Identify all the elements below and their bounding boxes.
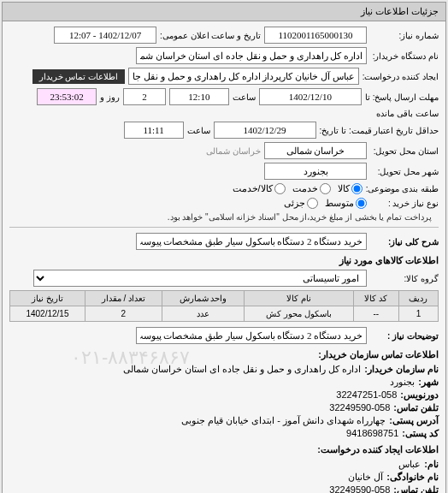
org-value: اداره کل راهداری و حمل و نقل جاده ای است… <box>123 364 362 375</box>
main-panel: جزئیات اطلاعات نیاز شماره نیاز: تاریخ و … <box>2 2 446 493</box>
remain-label: ساعت باقی مانده <box>376 109 439 118</box>
org-label: نام سازمان خریدار: <box>364 364 439 375</box>
time-label-2: ساعت <box>187 126 210 135</box>
family-value: آل خانیان <box>348 472 383 483</box>
name-label: نام: <box>424 459 439 470</box>
addr-value: چهارراه شهدای دانش آموز - ابتدای خیابان … <box>181 415 386 426</box>
time-label-1: ساعت <box>233 92 256 102</box>
panel-title: جزئیات اطلاعات نیاز <box>3 3 445 21</box>
resp-time-field[interactable] <box>169 88 229 105</box>
cell-name: باسکول محور کش <box>245 306 353 322</box>
phone-value: 32249590-058 <box>329 484 390 493</box>
city-field[interactable] <box>264 163 367 180</box>
col-code: کد کالا <box>353 291 398 306</box>
contact-city-label: شهر: <box>418 377 439 388</box>
desc-field[interactable] <box>136 327 367 344</box>
radio-service-input[interactable] <box>320 183 331 194</box>
desc-label: توضیحات نیاز : <box>370 331 439 341</box>
ann-dt-field[interactable] <box>54 27 156 44</box>
cell-row: 1 <box>398 306 438 322</box>
buyer-label: نام دستگاه خریدار: <box>370 51 439 61</box>
radio-both-input[interactable] <box>274 183 286 194</box>
goods-table: ردیف کد کالا نام کالا واحد شمارش تعداد /… <box>9 290 439 322</box>
contact-buyer-button[interactable]: اطلاعات تماس خریدار <box>32 69 125 84</box>
remain-field <box>37 88 97 105</box>
col-unit: واحد شمارش <box>162 291 244 306</box>
need-type-radios: متوسط جزئی <box>284 198 367 209</box>
province-hint: خراسان شمالی <box>206 146 261 156</box>
goods-section-title: اطلاعات کالاهای مورد نیاز <box>9 255 439 266</box>
radio-consolidated-input[interactable] <box>356 198 367 209</box>
radio-service[interactable]: خدمت <box>292 183 331 194</box>
subject-field[interactable] <box>136 233 367 250</box>
goods-group-label: گروه کالا: <box>370 274 439 283</box>
table-header-row: ردیف کد کالا نام کالا واحد شمارش تعداد /… <box>10 291 439 306</box>
cell-unit: عدد <box>162 306 244 322</box>
group-type-radios: کالا خدمت کالا/خدمت <box>233 183 363 194</box>
post-label: کد پستی: <box>402 428 439 439</box>
valid-time-field[interactable] <box>124 122 184 139</box>
resp-deadline-label: مهلت ارسال پاسخ: تا <box>365 92 439 102</box>
resp-date-field[interactable] <box>259 88 362 105</box>
city-label: شهر محل تحویل: <box>370 167 439 176</box>
tel-label: دورنویس: <box>400 389 439 401</box>
province-label: استان محل تحویل: <box>370 146 439 156</box>
radio-partial[interactable]: جزئی <box>284 198 318 209</box>
radio-goods[interactable]: کالا <box>338 183 363 194</box>
need-note: پرداخت تمام یا بخشی از مبلغ خرید،از محل … <box>168 212 432 222</box>
phone-label: تلفن تماس: <box>393 484 439 493</box>
radio-both[interactable]: کالا/خدمت <box>233 183 286 194</box>
contact-city-value: بجنورد <box>390 377 415 388</box>
name-value: عباس <box>398 459 421 470</box>
fax-value: 32249590-058 <box>329 402 390 413</box>
radio-partial-input[interactable] <box>307 198 318 209</box>
tel-value: 32247251-058 <box>336 389 397 401</box>
family-label: نام خانوادگی: <box>386 472 439 483</box>
contact-title-2: اطلاعات ایجاد کننده درخواست: <box>9 444 439 455</box>
valid-label: حداقل تاریخ اعتبار قیمت: تا تاریخ: <box>320 126 439 135</box>
day-label: روز و <box>100 92 120 102</box>
need-type-label: نوع نیاز خرید : <box>370 199 439 208</box>
radio-goods-input[interactable] <box>351 183 363 194</box>
radio-consolidated[interactable]: متوسط <box>325 198 367 209</box>
col-qty: تعداد / مقدار <box>85 291 162 306</box>
contact-title-1: اطلاعات تماس سازمان خریدار: <box>9 349 439 360</box>
col-name: نام کالا <box>245 291 353 306</box>
cell-qty: 2 <box>85 306 162 322</box>
goods-group-select[interactable]: امور تاسیساتی <box>33 270 367 287</box>
col-date: تاریخ نیاز <box>10 291 85 306</box>
fax-label: تلفن تماس: <box>393 402 439 413</box>
cell-code: -- <box>353 306 398 322</box>
creator-field[interactable] <box>128 68 359 85</box>
valid-date-field[interactable] <box>214 122 316 139</box>
req-no-label: شماره نیاز: <box>370 31 439 40</box>
ann-dt-label: تاریخ و ساعت اعلان عمومی: <box>160 31 261 40</box>
post-value: 9418698751 <box>346 428 398 439</box>
table-row[interactable]: 1 -- باسکول محور کش عدد 2 1402/12/15 <box>10 306 439 322</box>
group-type-label: طبقه بندی موضوعی: <box>366 184 439 193</box>
creator-label: ایجاد کننده درخواست: <box>363 72 439 81</box>
panel-body: شماره نیاز: تاریخ و ساعت اعلان عمومی: نا… <box>3 21 445 493</box>
days-field[interactable] <box>123 88 166 105</box>
subject-label: شرح کلی نیاز: <box>370 237 439 246</box>
col-row: ردیف <box>398 291 438 306</box>
buyer-field[interactable] <box>136 47 367 64</box>
req-no-field[interactable] <box>264 27 367 44</box>
cell-date: 1402/12/15 <box>10 306 85 322</box>
addr-label: آدرس پستی: <box>389 415 439 426</box>
province-field[interactable] <box>264 142 367 159</box>
